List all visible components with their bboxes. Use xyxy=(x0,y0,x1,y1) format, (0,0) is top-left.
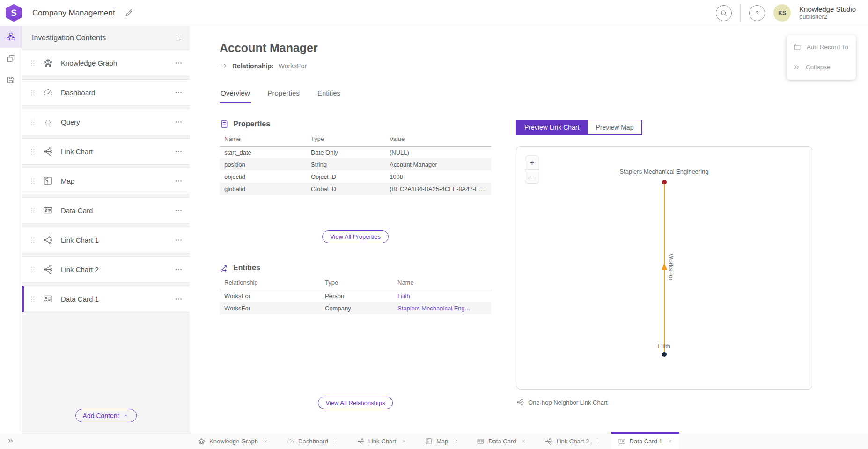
entity-relationship: WorksFor xyxy=(220,290,320,302)
sidebar-item-link-chart-1[interactable]: Link Chart 1 xyxy=(22,227,190,253)
tab-map[interactable]: Map xyxy=(418,432,465,449)
property-value: {BEC2A1B4-BA25-4CFF-8A47-E3C... xyxy=(385,183,491,195)
user-name: Knowledge Studio xyxy=(799,5,856,13)
data-card-icon xyxy=(618,437,626,445)
app-window: { "colors": { "accent": "#6633cc", "link… xyxy=(0,0,868,449)
tab-link-chart[interactable]: Link Chart xyxy=(350,432,413,449)
sidebar-item-link-chart[interactable]: Link Chart xyxy=(22,138,190,165)
detail-tabs: Overview Properties Entities xyxy=(220,89,341,103)
tab-label: Data Card xyxy=(488,438,516,445)
column-header: Name xyxy=(220,135,306,146)
link-chart-stage: Staplers Mechanical Engineering WorksFor… xyxy=(516,147,812,389)
sidebar-item-label: Data Card xyxy=(61,206,172,214)
tab-knowledge-graph[interactable]: Knowledge Graph xyxy=(191,432,275,449)
search-button[interactable] xyxy=(716,5,732,21)
entity-name-link[interactable]: Lilith xyxy=(397,293,410,300)
drag-handle-icon[interactable] xyxy=(29,58,37,68)
drag-handle-icon[interactable] xyxy=(29,88,37,98)
drag-handle-icon[interactable] xyxy=(29,176,37,186)
header-divider xyxy=(740,3,741,23)
expand-panel-button[interactable] xyxy=(5,432,16,449)
item-menu-button[interactable] xyxy=(172,204,185,217)
sidebar-item-label: Link Chart xyxy=(61,147,172,155)
properties-section-title: Properties xyxy=(233,120,270,128)
sidebar-item-dashboard[interactable]: Dashboard xyxy=(22,79,190,106)
table-row: objectid Object ID 1008 xyxy=(220,170,491,183)
person-node[interactable] xyxy=(662,352,667,357)
close-tab-icon[interactable] xyxy=(668,439,673,444)
sidebar-item-label: Link Chart 2 xyxy=(61,265,172,273)
tab-properties[interactable]: Properties xyxy=(267,89,301,103)
item-menu-button[interactable] xyxy=(172,293,185,305)
app-title: Company Management xyxy=(32,8,115,18)
add-content-button[interactable]: Add Content xyxy=(75,409,137,422)
item-menu-button[interactable] xyxy=(172,234,185,246)
property-name: position xyxy=(220,158,306,170)
drag-handle-icon[interactable] xyxy=(29,294,37,304)
relationship-subtitle: Relationship: WorksFor xyxy=(220,62,307,70)
tab-data-card[interactable]: Data Card xyxy=(470,432,533,449)
sidebar-item-map[interactable]: Map xyxy=(22,168,190,194)
property-name: objectid xyxy=(220,170,306,183)
drag-handle-icon[interactable] xyxy=(29,147,37,157)
preview-map-button[interactable]: Preview Map xyxy=(588,120,642,135)
company-node[interactable] xyxy=(662,180,667,184)
link-chart-preview: + − Staplers Mechanical Engineering Work… xyxy=(516,146,812,390)
item-menu-button[interactable] xyxy=(172,175,185,187)
column-header: Relationship xyxy=(220,279,320,290)
item-menu-button[interactable] xyxy=(172,145,185,158)
rail-item-investigation-contents[interactable] xyxy=(0,26,22,48)
item-menu-button[interactable] xyxy=(172,57,185,69)
view-all-relationships-button[interactable]: View All Relationships xyxy=(318,397,393,409)
menu-item-collapse[interactable]: Collapse xyxy=(787,57,856,77)
rail-item-save[interactable] xyxy=(0,69,22,91)
view-all-properties-button[interactable]: View All Properties xyxy=(322,230,389,243)
entity-name-link[interactable]: Staplers Mechanical Eng... xyxy=(397,305,470,312)
avatar[interactable]: KS xyxy=(773,4,791,22)
property-type: String xyxy=(306,158,385,170)
tab-data-card-1[interactable]: Data Card 1 xyxy=(611,432,679,449)
help-button[interactable] xyxy=(749,5,765,21)
investigation-contents-icon xyxy=(6,32,16,42)
drag-handle-icon[interactable] xyxy=(29,117,37,127)
close-tab-icon[interactable] xyxy=(453,439,458,444)
dashboard-icon xyxy=(43,87,53,98)
tab-overview[interactable]: Overview xyxy=(220,89,251,103)
collapse-icon xyxy=(793,63,801,71)
item-menu-button[interactable] xyxy=(172,86,185,99)
drag-handle-icon[interactable] xyxy=(29,235,37,245)
tab-label: Map xyxy=(436,438,448,445)
close-tab-icon[interactable] xyxy=(263,439,268,444)
close-tab-icon[interactable] xyxy=(333,439,338,444)
sidebar-item-data-card[interactable]: Data Card xyxy=(22,197,190,224)
rail-item-layers[interactable] xyxy=(0,48,22,69)
ellipsis-icon xyxy=(174,88,183,97)
sidebar-item-link-chart-2[interactable]: Link Chart 2 xyxy=(22,256,190,283)
tab-dashboard[interactable]: Dashboard xyxy=(280,432,345,449)
tab-link-chart-2[interactable]: Link Chart 2 xyxy=(538,432,606,449)
close-tab-icon[interactable] xyxy=(521,439,526,444)
item-menu-button[interactable] xyxy=(172,116,185,128)
column-header: Name xyxy=(393,279,491,290)
table-row: start_date Date Only (NULL) xyxy=(220,146,491,158)
entity-type: Company xyxy=(320,302,393,314)
drag-handle-icon[interactable] xyxy=(29,265,37,275)
preview-link-chart-button[interactable]: Preview Link Chart xyxy=(516,120,588,135)
drag-handle-icon[interactable] xyxy=(29,206,37,216)
sidebar-item-data-card-1[interactable]: Data Card 1 xyxy=(22,286,190,312)
menu-item-label: Add Record To xyxy=(807,44,848,51)
close-tab-icon[interactable] xyxy=(595,439,600,444)
relationship-value: WorksFor xyxy=(279,62,307,70)
data-card-icon xyxy=(477,437,485,445)
sidebar-item-knowledge-graph[interactable]: Knowledge Graph xyxy=(22,50,190,76)
ellipsis-icon xyxy=(174,206,183,215)
close-icon xyxy=(175,35,182,42)
close-tab-icon[interactable] xyxy=(401,439,406,444)
edit-title-button[interactable] xyxy=(123,7,135,19)
menu-item-add-record-to[interactable]: Add Record To xyxy=(787,37,856,57)
close-sidebar-button[interactable] xyxy=(173,33,184,44)
column-header: Value xyxy=(385,135,491,146)
item-menu-button[interactable] xyxy=(172,263,185,276)
tab-entities[interactable]: Entities xyxy=(316,89,341,103)
sidebar-item-query[interactable]: Query xyxy=(22,109,190,135)
